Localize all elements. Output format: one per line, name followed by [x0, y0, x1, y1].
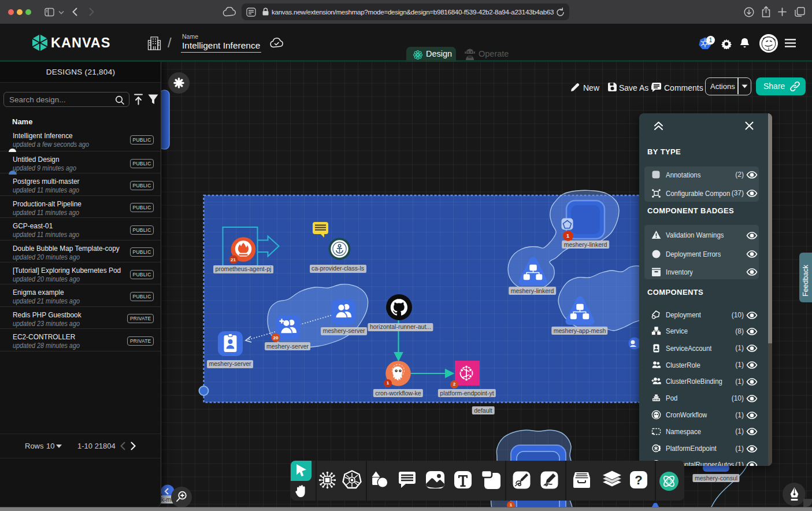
svg-text:?: ?: [635, 473, 642, 487]
